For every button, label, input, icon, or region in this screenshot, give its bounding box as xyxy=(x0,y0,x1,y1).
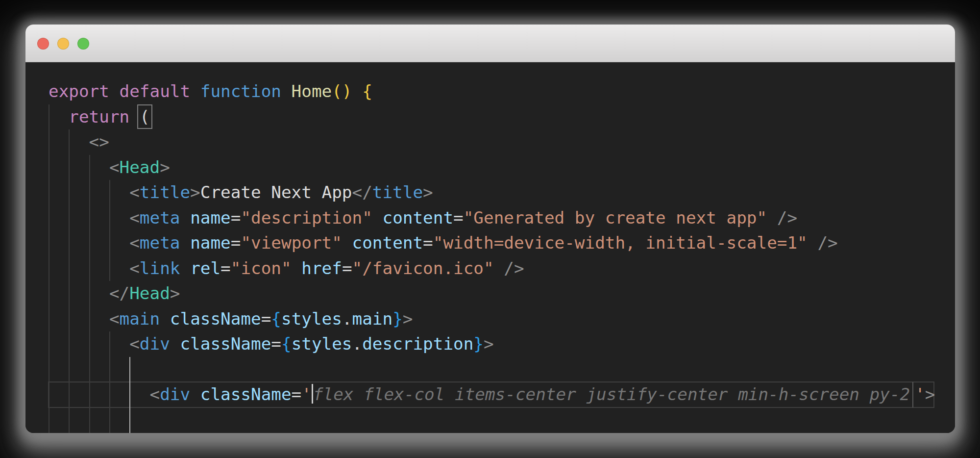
code-token: < xyxy=(129,258,140,278)
token-property: description xyxy=(362,334,473,354)
token-tag: link xyxy=(140,258,180,278)
token-component: Head xyxy=(129,283,170,303)
code-line: return ( xyxy=(49,104,955,130)
token-tag: meta xyxy=(140,233,180,253)
token-function-name: Home xyxy=(292,81,332,101)
traffic-light-zoom-button[interactable] xyxy=(77,38,89,50)
token-string: "description" xyxy=(241,208,372,228)
token-parens: () xyxy=(332,81,352,101)
code-line: <meta name="viewport" content="width=dev… xyxy=(49,230,955,256)
code-token: = xyxy=(220,258,231,278)
code-token xyxy=(281,81,292,101)
code-token: /> xyxy=(504,258,524,278)
token-tag: div xyxy=(140,334,170,354)
token-tag: div xyxy=(160,384,190,404)
token-paren-bracket-match: ( xyxy=(140,107,150,127)
code-token xyxy=(494,258,504,278)
token-attribute: content xyxy=(352,233,423,253)
code-token: /> xyxy=(817,233,837,253)
code-line: <meta name="description" content="Genera… xyxy=(49,205,955,231)
traffic-lights xyxy=(37,38,89,50)
page-background: export default function Home() { return … xyxy=(0,0,980,458)
code-token: > xyxy=(484,334,494,354)
token-jsx-text: Create Next App xyxy=(200,182,352,202)
token-tag: main xyxy=(120,309,160,329)
code-token: < xyxy=(129,233,140,253)
code-token: > xyxy=(925,384,935,404)
token-quote: ' xyxy=(915,384,925,404)
code-token: = xyxy=(261,309,271,329)
code-token: > xyxy=(403,309,413,329)
code-token: } xyxy=(392,309,403,329)
token-string: "width=device-width, initial-scale=1" xyxy=(433,233,808,253)
code-token: /> xyxy=(777,208,797,228)
code-token: > xyxy=(190,182,200,202)
code-token: = xyxy=(453,208,464,228)
code-token xyxy=(372,208,383,228)
code-line: <div className={styles.description}> xyxy=(49,331,955,357)
code-token xyxy=(342,233,352,253)
indentation xyxy=(49,157,109,177)
token-attribute: rel xyxy=(190,258,220,278)
token-string: "/favicon.ico" xyxy=(352,258,494,278)
indentation xyxy=(49,283,109,303)
token-keyword-function: function xyxy=(200,81,281,101)
token-string: "Generated by create next app" xyxy=(464,208,767,228)
indentation xyxy=(49,309,109,329)
code-token: = xyxy=(271,334,281,354)
code-token xyxy=(808,233,818,253)
code-token: = xyxy=(423,233,433,253)
traffic-light-minimize-button[interactable] xyxy=(57,38,69,50)
code-token xyxy=(160,309,170,329)
code-token xyxy=(352,81,363,101)
code-line: <main className={styles.main}> xyxy=(49,306,955,332)
code-token: < xyxy=(109,157,120,177)
code-line: <link rel="icon" href="/favicon.ico" /> xyxy=(49,256,955,281)
token-attribute: name xyxy=(190,208,231,228)
code-token: </ xyxy=(352,182,372,202)
token-attribute: content xyxy=(382,208,453,228)
traffic-light-close-button[interactable] xyxy=(37,38,49,50)
code-token: < xyxy=(129,334,140,354)
code-token: < xyxy=(129,208,140,228)
token-tag: title xyxy=(372,182,423,202)
code-token: . xyxy=(352,334,363,354)
token-tag: title xyxy=(140,182,190,202)
code-token: < xyxy=(150,384,160,404)
token-keyword: return xyxy=(69,107,129,127)
token-variable: styles xyxy=(292,334,352,354)
token-property: main xyxy=(352,309,393,329)
code-line: export default function Home() { xyxy=(49,79,955,104)
code-token: { xyxy=(281,334,292,354)
code-line: <title>Create Next App</title> xyxy=(49,180,955,205)
window-titlebar[interactable] xyxy=(25,25,955,62)
suggestion-boundary-bar xyxy=(912,382,913,407)
token-string: "viewport" xyxy=(241,233,342,253)
token-attribute: className xyxy=(170,309,261,329)
inline-suggestion-ghost-text: flex flex-col items-center justify-cente… xyxy=(313,384,910,404)
indentation xyxy=(49,334,129,354)
code-token: = xyxy=(231,208,241,228)
code-token xyxy=(767,208,777,228)
code-token xyxy=(190,384,200,404)
code-token: </ xyxy=(109,283,129,303)
code-editor[interactable]: export default function Home() { return … xyxy=(25,62,955,433)
code-line: <> xyxy=(49,129,955,155)
code-line: <Head> xyxy=(49,155,955,180)
token-string: "icon" xyxy=(231,258,292,278)
code-line: </Head> xyxy=(49,281,955,306)
code-line: <div className='flex flex-col items-cent… xyxy=(49,382,955,407)
code-token xyxy=(180,208,190,228)
code-token xyxy=(170,334,180,354)
token-component: Head xyxy=(120,157,160,177)
token-attribute: href xyxy=(301,258,342,278)
code-token: > xyxy=(170,283,180,303)
code-token xyxy=(292,258,302,278)
code-token xyxy=(190,81,200,101)
token-attribute: name xyxy=(190,233,231,253)
code-line xyxy=(49,357,955,382)
code-lines: export default function Home() { return … xyxy=(25,79,955,407)
code-token: } xyxy=(473,334,484,354)
code-token: < xyxy=(129,182,140,202)
code-token: = xyxy=(342,258,352,278)
